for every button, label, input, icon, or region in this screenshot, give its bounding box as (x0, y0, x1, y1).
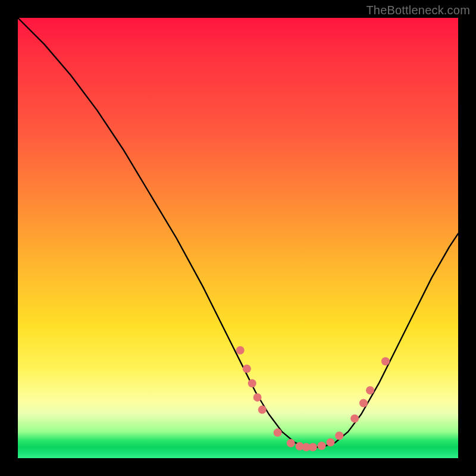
data-marker (309, 443, 317, 452)
data-marker (335, 431, 343, 440)
data-marker (243, 365, 251, 373)
data-marker (326, 438, 334, 446)
data-marker (248, 379, 256, 387)
data-marker (274, 428, 282, 437)
data-marker (236, 346, 245, 355)
data-marker (366, 386, 374, 394)
curve-layer (18, 18, 458, 458)
data-marker (359, 399, 368, 408)
data-markers (236, 346, 390, 452)
data-marker (253, 393, 262, 402)
watermark-text: TheBottleneck.com (366, 4, 470, 17)
chart-frame: TheBottleneck.com (0, 0, 476, 476)
data-marker (381, 357, 390, 365)
data-marker (287, 439, 295, 447)
data-marker (318, 441, 326, 450)
data-marker (350, 414, 359, 422)
bottleneck-curve (18, 18, 458, 447)
plot-area (18, 18, 458, 458)
data-marker (258, 406, 267, 414)
